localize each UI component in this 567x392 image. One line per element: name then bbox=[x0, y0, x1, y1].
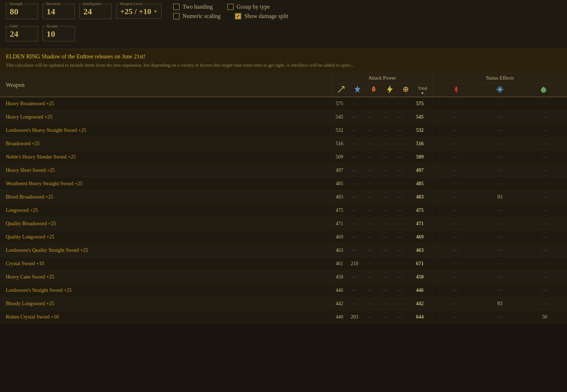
table-row[interactable]: Weathered Heavy Straight Sword +25 485 —… bbox=[0, 177, 567, 191]
weapon-column-header[interactable]: Weapon bbox=[0, 73, 332, 97]
cell-light: — bbox=[377, 168, 392, 173]
status-effects-column-header: Status Effects bbox=[433, 73, 567, 97]
group-by-type-checkbox[interactable]: Group by type bbox=[227, 4, 270, 10]
weapon-level-dropdown-arrow[interactable]: ▼ bbox=[153, 9, 158, 14]
table-row[interactable]: Broadsword +25 516 — — — — 516 — — — bbox=[0, 137, 567, 151]
cell-frost: — bbox=[478, 168, 522, 173]
dexterity-stat[interactable]: Dexterity 14 bbox=[43, 4, 75, 19]
magic-damage-icon[interactable] bbox=[353, 85, 362, 95]
show-damage-split-checkbox[interactable]: Show damage split bbox=[235, 13, 288, 19]
cell-weapon-name: Longsword +25 bbox=[0, 204, 332, 217]
table-row[interactable]: Blood Broadsword +25 483 — — — — 483 — 8… bbox=[0, 191, 567, 204]
bleed-status-icon[interactable] bbox=[452, 85, 461, 95]
cell-dmg-group: 516 — — — — 516 bbox=[332, 137, 433, 150]
cell-phys: 483 bbox=[332, 194, 347, 200]
strength-label: Strength bbox=[8, 1, 24, 6]
table-row[interactable]: Heavy Cane Sword +25 450 — — — — 450 — —… bbox=[0, 271, 567, 284]
cell-weapon-name: Blood Broadsword +25 bbox=[0, 191, 332, 204]
cell-holy: — bbox=[392, 168, 407, 173]
table-row[interactable]: Heavy Broadsword +25 575 — — — — 575 — —… bbox=[0, 97, 567, 111]
arcane-label: Arcane bbox=[45, 24, 59, 28]
arcane-value[interactable]: 10 bbox=[47, 28, 71, 39]
cell-fire: — bbox=[362, 234, 377, 240]
show-damage-split-checkbox-box[interactable] bbox=[235, 13, 241, 19]
cell-weapon-name: Broadsword +25 bbox=[0, 137, 332, 150]
dexterity-value[interactable]: 14 bbox=[47, 5, 71, 17]
table-row[interactable]: Noble's Heavy Slender Sword +25 509 — — … bbox=[0, 151, 567, 164]
intelligence-label: Intelligence bbox=[82, 1, 103, 6]
cell-poison: — bbox=[522, 168, 567, 173]
cell-status-group: — — — bbox=[433, 97, 567, 110]
cell-phys: 575 bbox=[332, 101, 347, 107]
cell-dmg-group: 450 — — — — 450 bbox=[332, 271, 433, 284]
poison-status-icon[interactable] bbox=[539, 85, 548, 95]
numeric-scaling-checkbox-box[interactable] bbox=[173, 13, 180, 19]
arcane-stat[interactable]: Arcane 10 bbox=[43, 26, 75, 41]
fire-damage-icon[interactable] bbox=[369, 85, 378, 95]
strength-stat[interactable]: Strength 80 bbox=[6, 4, 38, 19]
cell-total: 575 bbox=[407, 101, 432, 107]
cell-status-group: — 83 — bbox=[433, 191, 567, 204]
cell-total: 471 bbox=[407, 221, 432, 227]
cell-fire: — bbox=[362, 154, 377, 160]
cell-frost: 83 bbox=[478, 194, 522, 200]
frost-status-icon[interactable] bbox=[496, 85, 504, 95]
table-row[interactable]: Bloody Longsword +25 442 — — — — 442 — 8… bbox=[0, 297, 567, 311]
cell-status-group: — — — bbox=[433, 151, 567, 164]
cell-poison: — bbox=[522, 101, 567, 107]
numeric-scaling-checkbox[interactable]: Numeric scaling bbox=[173, 13, 220, 19]
table-row[interactable]: Lordsworn's Heavy Straight Sword +25 532… bbox=[0, 124, 567, 137]
intelligence-stat[interactable]: Intelligence 24 bbox=[79, 4, 112, 19]
announcement-title: ELDEN RING Shadow of the Erdtree release… bbox=[6, 53, 561, 60]
phys-damage-icon[interactable] bbox=[337, 85, 346, 95]
cell-total: 483 bbox=[407, 194, 432, 200]
status-effects-title: Status Effects bbox=[433, 73, 567, 84]
strength-value[interactable]: 80 bbox=[10, 5, 34, 17]
table-row[interactable]: Lordsworn's Straight Sword +25 446 — — —… bbox=[0, 284, 567, 297]
cell-dmg-group: 545 — — — — 545 bbox=[332, 111, 433, 124]
cell-status-group: — — — bbox=[433, 257, 567, 270]
intelligence-value[interactable]: 24 bbox=[83, 5, 108, 17]
cell-weapon-name: Rotten Crystal Sword +10 bbox=[0, 311, 332, 324]
cell-weapon-name: Heavy Longsword +25 bbox=[0, 111, 332, 124]
weapon-level-label: Weapon Level bbox=[119, 1, 144, 6]
weapon-level-value[interactable]: +25 / +10 ▼ bbox=[120, 5, 158, 16]
cell-bleed: — bbox=[433, 288, 478, 293]
table-row[interactable]: Heavy Short Sword +25 497 — — — — 497 — … bbox=[0, 164, 567, 177]
cell-magic: — bbox=[347, 301, 362, 307]
cell-dmg-group: 485 — — — — 485 bbox=[332, 177, 433, 190]
cell-bleed: — bbox=[433, 208, 478, 213]
weapon-level-group[interactable]: Weapon Level +25 / +10 ▼ bbox=[116, 4, 162, 19]
table-row[interactable]: Lordsworn's Quality Straight Sword +25 4… bbox=[0, 244, 567, 257]
table-row[interactable]: Heavy Longsword +25 545 — — — — 545 — — … bbox=[0, 111, 567, 124]
cell-weapon-name: Bloody Longsword +25 bbox=[0, 297, 332, 310]
cell-holy: — bbox=[392, 221, 407, 227]
faith-stat[interactable]: Faith 24 bbox=[6, 26, 38, 41]
cell-phys: 475 bbox=[332, 208, 347, 213]
checkbox-row-top: Two handing Group by type bbox=[173, 4, 288, 10]
total-column-header[interactable]: Total ▼ bbox=[418, 85, 427, 95]
cell-total: 545 bbox=[407, 114, 432, 120]
table-row[interactable]: Longsword +25 475 — — — — 475 — — — bbox=[0, 204, 567, 217]
cell-dmg-group: 440 203 — — — 644 bbox=[332, 311, 433, 324]
faith-label: Faith bbox=[8, 24, 19, 28]
cell-frost: — bbox=[478, 314, 522, 320]
cell-fire: — bbox=[362, 101, 377, 107]
lightning-damage-icon[interactable] bbox=[386, 85, 394, 95]
cell-total: 463 bbox=[407, 248, 432, 253]
two-handing-checkbox[interactable]: Two handing bbox=[173, 4, 213, 10]
table-row[interactable]: Quality Broadsword +25 471 — — — — 471 —… bbox=[0, 217, 567, 231]
group-by-type-checkbox-box[interactable] bbox=[227, 4, 234, 10]
cell-poison: 50 bbox=[522, 314, 567, 320]
cell-dmg-group: 442 — — — — 442 bbox=[332, 297, 433, 310]
cell-status-group: — — 50 bbox=[433, 311, 567, 324]
holy-damage-icon[interactable] bbox=[401, 85, 410, 95]
faith-value[interactable]: 24 bbox=[10, 28, 34, 39]
two-handing-checkbox-box[interactable] bbox=[173, 4, 180, 10]
cell-status-group: — — — bbox=[433, 284, 567, 297]
table-row[interactable]: Crystal Sword +10 461 210 — — — 671 — — … bbox=[0, 257, 567, 271]
cell-total: 469 bbox=[407, 234, 432, 240]
table-row[interactable]: Quality Longsword +25 469 — — — — 469 — … bbox=[0, 231, 567, 244]
cell-light: — bbox=[377, 301, 392, 307]
table-row[interactable]: Rotten Crystal Sword +10 440 203 — — — 6… bbox=[0, 311, 567, 324]
